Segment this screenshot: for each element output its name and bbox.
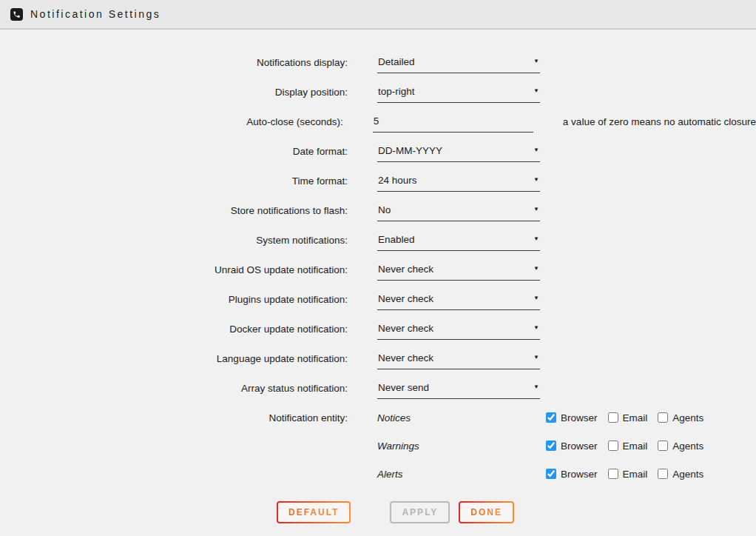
os-update-select[interactable]: Never check [377, 263, 540, 281]
field-label: Notifications display: [0, 48, 348, 78]
checkbox-label: Email [623, 412, 648, 423]
date-format-select[interactable]: DD-MM-YYYY [377, 144, 540, 162]
auto-close-input[interactable] [373, 115, 533, 133]
checkbox-label: Browser [561, 469, 598, 480]
field-label: Array status notification: [0, 374, 348, 403]
default-button[interactable]: DEFAULT [277, 501, 351, 523]
checkbox-label: Email [623, 469, 648, 480]
form-row-date-format: Date format: DD-MM-YYYY ▼ [0, 137, 756, 167]
entity-name-notices: Notices [377, 412, 546, 423]
entity-name-alerts: Alerts [377, 469, 546, 480]
done-button[interactable]: DONE [459, 501, 514, 523]
field-label: System notifications: [0, 226, 348, 255]
field-label: Language update notification: [0, 344, 348, 374]
field-label: Display position: [0, 78, 348, 107]
alerts-browser-checkbox[interactable]: Browser [546, 469, 598, 480]
time-format-select[interactable]: 24 hours [377, 174, 540, 192]
field-label: Docker update notification: [0, 315, 348, 344]
entity-name-warnings: Warnings [377, 440, 546, 452]
apply-button[interactable]: APPLY [390, 501, 450, 523]
field-label: Unraid OS update notification: [0, 255, 348, 285]
docker-update-select[interactable]: Never check [377, 322, 540, 340]
entity-row-notices: Notification entity: Notices Browser Ema… [0, 403, 756, 432]
checkbox-label: Agents [672, 469, 703, 480]
form-row-language-update: Language update notification: Never chec… [0, 344, 756, 374]
language-update-select[interactable]: Never check [377, 352, 540, 369]
notices-browser-checkbox[interactable]: Browser [546, 412, 598, 423]
notification-bell-icon [10, 8, 23, 21]
checkbox-label: Email [623, 440, 648, 452]
field-label: Date format: [0, 137, 348, 167]
checkbox-label: Browser [561, 440, 598, 452]
form-row-time-format: Time format: 24 hours ▼ [0, 167, 756, 196]
field-label: Auto-close (seconds): [0, 107, 343, 137]
alerts-agents-checkbox[interactable]: Agents [658, 469, 703, 480]
array-status-select[interactable]: Never send [377, 381, 540, 399]
warnings-agents-checkbox[interactable]: Agents [658, 440, 703, 452]
warnings-email-checkbox[interactable]: Email [608, 440, 648, 452]
field-label: Time format: [0, 167, 348, 196]
form-row-array-status: Array status notification: Never send ▼ [0, 374, 756, 403]
field-label: Plugins update notification: [0, 285, 348, 315]
form-row-notifications-display: Notifications display: Detailed ▼ [0, 48, 756, 78]
field-label: Notification entity: [0, 412, 348, 423]
notifications-display-select[interactable]: Detailed [377, 56, 540, 73]
plugins-update-select[interactable]: Never check [377, 292, 540, 310]
entity-row-warnings: Warnings Browser Email Agents [0, 432, 756, 460]
system-notifications-select[interactable]: Enabled [377, 233, 540, 251]
alerts-email-checkbox[interactable]: Email [608, 469, 648, 480]
form-row-system-notifications: System notifications: Enabled ▼ [0, 226, 756, 255]
notices-agents-checkbox[interactable]: Agents [658, 412, 703, 423]
entity-row-alerts: Alerts Browser Email Agents [0, 460, 756, 488]
form-row-plugins-update: Plugins update notification: Never check… [0, 285, 756, 315]
form-row-display-position: Display position: top-right ▼ [0, 78, 756, 107]
form-row-store-to-flash: Store notifications to flash: No ▼ [0, 196, 756, 226]
form-row-auto-close: Auto-close (seconds): a value of zero me… [0, 107, 756, 137]
notices-email-checkbox[interactable]: Email [608, 412, 648, 423]
checkbox-label: Agents [672, 440, 703, 452]
warnings-browser-checkbox[interactable]: Browser [546, 440, 598, 452]
display-position-select[interactable]: top-right [377, 85, 540, 103]
settings-form: Notifications display: Detailed ▼ Displa… [0, 30, 756, 523]
form-row-os-update: Unraid OS update notification: Never che… [0, 255, 756, 285]
checkbox-label: Browser [561, 412, 598, 423]
page-title: Notification Settings [30, 8, 161, 20]
auto-close-helper-text: a value of zero means no automatic closu… [563, 107, 756, 137]
checkbox-label: Agents [672, 412, 703, 423]
field-label: Store notifications to flash: [0, 196, 348, 226]
page-header: Notification Settings [0, 0, 756, 30]
button-bar: DEFAULT APPLY DONE [0, 501, 756, 523]
form-row-docker-update: Docker update notification: Never check … [0, 315, 756, 344]
store-to-flash-select[interactable]: No [377, 204, 540, 221]
